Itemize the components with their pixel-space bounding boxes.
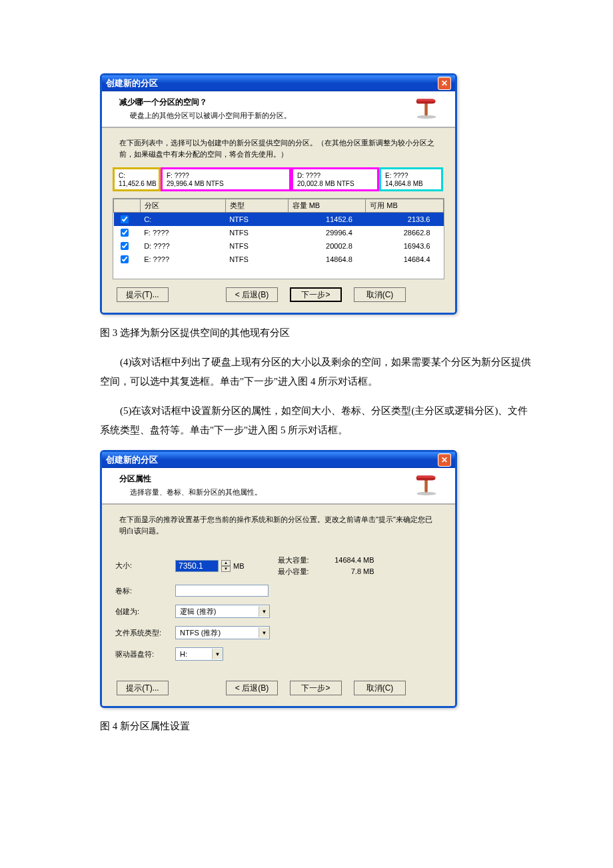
next-button[interactable]: 下一步> <box>290 287 342 302</box>
drive-letter-label: 驱动器盘符: <box>115 649 175 659</box>
chevron-up-icon[interactable]: ▲ <box>221 560 231 566</box>
paragraph-5: (5)在该对话框中设置新分区的属性，如空间大小、卷标、分区类型(主分区或逻辑分区… <box>100 401 533 439</box>
header-subtext: 硬盘上的其他分区可以被调小空间用于新的分区。 <box>130 111 291 121</box>
figure-caption-3: 图 3 选择为新分区提供空间的其他现有分区 <box>100 327 533 339</box>
col-available: 可用 MB <box>366 199 444 213</box>
instruction-text: 在下面显示的推荐设置基于您当前的操作系统和新的分区位置。更改之前请单击"提示"来… <box>102 505 455 543</box>
titlebar[interactable]: 创建新的分区 ✕ <box>102 452 455 468</box>
paragraph-4: (4)该对话框中列出了硬盘上现有分区的大小以及剩余的空间，如果需要某个分区为新分… <box>100 353 533 391</box>
partition-box-e: E: ???? 14,864.8 MB <box>379 167 443 191</box>
next-button[interactable]: 下一步> <box>290 681 342 695</box>
row-checkbox[interactable] <box>121 242 129 250</box>
chevron-down-icon[interactable]: ▼ <box>259 627 269 638</box>
col-type: 类型 <box>225 199 288 213</box>
figure-caption-4: 图 4 新分区属性设置 <box>100 720 533 733</box>
button-row: 提示(T)... < 后退(B) 下一步> 取消(C) <box>102 279 455 313</box>
partition-box-c: C: 11,452.6 MB <box>113 167 161 191</box>
tips-button[interactable]: 提示(T)... <box>117 681 169 695</box>
partition-table[interactable]: 分区 类型 容量 MB 可用 MB C: NTFS 11452.6 2133.6 <box>113 198 444 279</box>
fs-type-dropdown[interactable]: NTFS (推荐) ▼ <box>175 626 270 639</box>
size-label: 大小: <box>115 561 175 571</box>
table-header-row: 分区 类型 容量 MB 可用 MB <box>114 199 444 213</box>
col-partition: 分区 <box>140 199 225 213</box>
header-question: 减少哪一个分区的空间？ <box>119 97 291 108</box>
back-button[interactable]: < 后退(B) <box>226 287 278 302</box>
col-capacity: 容量 MB <box>288 199 366 213</box>
button-row: 提示(T)... < 后退(B) 下一步> 取消(C) <box>102 673 455 706</box>
chevron-down-icon[interactable]: ▼ <box>212 649 223 659</box>
volume-label: 卷标: <box>115 586 175 596</box>
capacity-info: 最大容量:14684.4 MB 最小容量:7.8 MB <box>278 555 374 577</box>
size-unit: MB <box>233 562 245 570</box>
row-checkbox[interactable] <box>121 215 129 223</box>
close-icon[interactable]: ✕ <box>438 77 451 90</box>
header-question: 分区属性 <box>119 473 262 485</box>
partition-box-d: D: ???? 20,002.8 MB NTFS <box>291 167 379 191</box>
drive-letter-dropdown[interactable]: H: ▼ <box>175 647 223 661</box>
window-title: 创建新的分区 <box>106 77 158 89</box>
header-subtext: 选择容量、卷标、和新分区的其他属性。 <box>130 487 262 497</box>
partition-size-bar: C: 11,452.6 MB F: ???? 29,996.4 MB NTFS … <box>113 167 444 191</box>
hammer-icon <box>411 472 442 498</box>
dialog-create-partition-step3: 创建新的分区 ✕ 减少哪一个分区的空间？ 硬盘上的其他分区可以被调小空间用于新的… <box>100 73 457 315</box>
table-row[interactable]: E: ???? NTFS 14864.8 14684.4 <box>114 253 444 266</box>
cancel-button[interactable]: 取消(C) <box>354 681 406 695</box>
cancel-button[interactable]: 取消(C) <box>354 287 406 302</box>
size-spinner[interactable]: ▲ ▼ <box>221 560 231 572</box>
partition-box-f: F: ???? 29,996.4 MB NTFS <box>161 167 291 191</box>
tips-button[interactable]: 提示(T)... <box>117 287 169 302</box>
window-title: 创建新的分区 <box>106 454 158 466</box>
fs-type-label: 文件系统类型: <box>115 628 175 638</box>
titlebar[interactable]: 创建新的分区 ✕ <box>102 75 455 91</box>
hammer-icon <box>411 95 442 121</box>
back-button[interactable]: < 后退(B) <box>226 681 278 695</box>
size-input[interactable]: 7350.1 <box>175 560 219 572</box>
dialog-create-partition-step4: 创建新的分区 ✕ 分区属性 选择容量、卷标、和新分区的其他属性。 在 <box>100 450 457 708</box>
table-row[interactable]: F: ???? NTFS 29996.4 28662.8 <box>114 226 444 239</box>
chevron-down-icon[interactable]: ▼ <box>259 606 269 617</box>
table-row[interactable]: D: ???? NTFS 20002.8 16943.6 <box>114 239 444 253</box>
row-checkbox[interactable] <box>121 229 129 237</box>
table-row[interactable]: C: NTFS 11452.6 2133.6 <box>114 213 444 227</box>
instruction-text: 在下面列表中，选择可以为创建中的新分区提供空间的分区。（在其他分区重新调整为较小… <box>102 128 455 166</box>
close-icon[interactable]: ✕ <box>438 453 451 467</box>
volume-input[interactable] <box>175 585 269 597</box>
create-as-label: 创建为: <box>115 607 175 617</box>
row-checkbox[interactable] <box>121 255 129 263</box>
chevron-down-icon[interactable]: ▼ <box>221 566 231 572</box>
create-as-dropdown[interactable]: 逻辑 (推荐) ▼ <box>175 605 270 618</box>
